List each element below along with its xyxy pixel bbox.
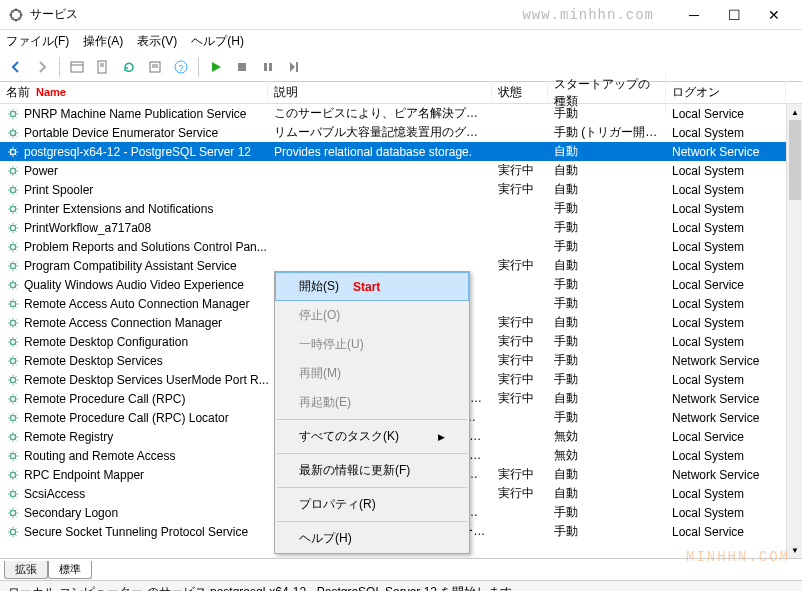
service-status [492,132,548,134]
tab-standard[interactable]: 標準 [48,561,92,579]
service-list: PNRP Machine Name Publication Service この… [0,104,802,558]
service-name: Secure Socket Tunneling Protocol Service [24,525,248,539]
back-button[interactable] [4,55,28,79]
ctx-resume[interactable]: 再開(M) [275,359,469,388]
stop-svc-button[interactable] [230,55,254,79]
service-row[interactable]: Portable Device Enumerator Service リムーバブ… [0,123,802,142]
close-button[interactable]: ✕ [754,1,794,29]
service-logon: Local Service [666,106,786,122]
scroll-up-button[interactable]: ▲ [787,104,802,120]
gear-icon [6,373,20,387]
pause-svc-button[interactable] [256,55,280,79]
svg-point-24 [10,282,15,287]
service-logon: Local System [666,125,786,141]
start-svc-button[interactable] [204,55,228,79]
tab-extended[interactable]: 拡張 [4,561,48,579]
menu-view[interactable]: 表示(V) [137,33,177,50]
service-row[interactable]: PrintWorkflow_a717a08 手動 Local System [0,218,802,237]
service-status [492,151,548,153]
service-status: 実行中 [492,256,548,275]
ctx-restart[interactable]: 再起動(E) [275,388,469,417]
service-startup: 手動 [548,522,666,541]
submenu-arrow-icon: ▶ [438,432,445,442]
svg-point-18 [10,168,15,173]
show-hide-button[interactable] [65,55,89,79]
scroll-thumb[interactable] [789,120,801,200]
service-row[interactable]: Printer Extensions and Notifications 手動 … [0,199,802,218]
vertical-scrollbar[interactable]: ▲ ▼ [786,104,802,558]
service-name: Remote Procedure Call (RPC) Locator [24,411,229,425]
service-row[interactable]: Print Spooler 実行中 自動 Local System [0,180,802,199]
ctx-pause[interactable]: 一時停止(U) [275,330,469,359]
gear-icon [6,240,20,254]
ctx-help[interactable]: ヘルプ(H) [275,524,469,553]
svg-point-36 [10,510,15,515]
restart-svc-button[interactable] [282,55,306,79]
window-title: サービス [30,6,78,23]
col-header-logon[interactable]: ログオン [666,81,786,104]
service-desc: リムーバブル大容量記憶装置用のグループ ... [268,123,492,142]
service-status [492,208,548,210]
svg-point-21 [10,225,15,230]
service-status: 実行中 [492,161,548,180]
gear-icon [6,316,20,330]
service-name: Portable Device Enumerator Service [24,126,218,140]
svg-point-33 [10,453,15,458]
ctx-stop[interactable]: 停止(O) [275,301,469,330]
tabs: 拡張 標準 [0,558,802,580]
service-row[interactable]: Problem Reports and Solutions Control Pa… [0,237,802,256]
refresh-button[interactable] [117,55,141,79]
service-desc [268,227,492,229]
help-button[interactable]: ? [169,55,193,79]
gear-icon [6,221,20,235]
service-name: Problem Reports and Solutions Control Pa… [24,240,267,254]
svg-rect-14 [296,62,298,72]
service-logon: Network Service [666,410,786,426]
service-status: 実行中 [492,484,548,503]
menu-action[interactable]: 操作(A) [83,33,123,50]
maximize-button[interactable]: ☐ [714,1,754,29]
export-button[interactable] [91,55,115,79]
gear-icon [6,525,20,539]
service-name: PNRP Machine Name Publication Service [24,107,247,121]
gear-icon [6,487,20,501]
service-name: Remote Access Connection Manager [24,316,222,330]
ctx-start[interactable]: 開始(S) Start [275,272,469,301]
menu-file[interactable]: ファイル(F) [6,33,69,50]
ctx-refresh[interactable]: 最新の情報に更新(F) [275,456,469,485]
service-status: 実行中 [492,180,548,199]
service-desc: Provides relational database storage. [268,144,492,160]
service-startup: 手動 [548,218,666,237]
svg-point-23 [10,263,15,268]
col-header-name[interactable]: 名前 Name [0,81,268,104]
menu-help[interactable]: ヘルプ(H) [191,33,244,50]
ctx-all-tasks[interactable]: すべてのタスク(K) ▶ [275,422,469,451]
service-logon: Local System [666,505,786,521]
svg-point-15 [10,111,15,116]
service-logon: Local System [666,258,786,274]
service-logon: Local System [666,201,786,217]
service-name: ScsiAccess [24,487,85,501]
ctx-properties[interactable]: プロパティ(R) [275,490,469,519]
service-name: RPC Endpoint Mapper [24,468,144,482]
col-header-status[interactable]: 状態 [492,81,548,104]
service-status: 実行中 [492,313,548,332]
service-logon: Local Service [666,524,786,540]
service-logon: Local System [666,239,786,255]
service-row[interactable]: postgresql-x64-12 - PostgreSQL Server 12… [0,142,802,161]
service-startup: 無効 [548,427,666,446]
service-name: Remote Procedure Call (RPC) [24,392,185,406]
service-name: PrintWorkflow_a717a08 [24,221,151,235]
properties-button[interactable] [143,55,167,79]
forward-button[interactable] [30,55,54,79]
service-startup: 手動 [548,199,666,218]
gear-icon [6,145,20,159]
gear-icon [6,411,20,425]
service-row[interactable]: Power 実行中 自動 Local System [0,161,802,180]
col-header-desc[interactable]: 説明 [268,81,492,104]
service-startup: 自動 [548,313,666,332]
svg-point-29 [10,377,15,382]
svg-point-27 [10,339,15,344]
minimize-button[interactable]: ─ [674,1,714,29]
service-row[interactable]: PNRP Machine Name Publication Service この… [0,104,802,123]
